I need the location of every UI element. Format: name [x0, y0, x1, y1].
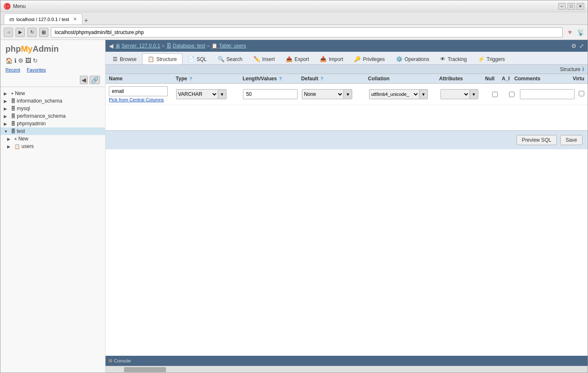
horizontal-scrollbar[interactable] — [107, 367, 586, 372]
tab-sql[interactable]: 📄 SQL — [182, 53, 212, 64]
panel-back-button[interactable]: ◀ — [109, 42, 113, 49]
db-icon: 🗄 — [11, 106, 16, 111]
operations-icon: ⚙️ — [396, 56, 403, 62]
tree-item-information-schema[interactable]: ▶ 🗄 information_schema — [0, 97, 105, 105]
attributes-select[interactable]: UNSIGNED ZEROFILL — [440, 89, 470, 99]
tab-insert[interactable]: ✏️ Insert — [248, 53, 280, 64]
settings-icon[interactable]: ⚙ — [18, 57, 24, 64]
window-controls: ─ □ ✕ — [558, 3, 584, 10]
address-input[interactable] — [51, 27, 563, 37]
table-header: Name Type ? Length/Values ? Default ? Co… — [105, 74, 588, 84]
default-select-arrow[interactable]: ▼ — [344, 89, 352, 99]
type-help-icon[interactable]: ? — [190, 76, 192, 81]
tree-item-mysql[interactable]: ▶ 🗄 mysql — [0, 105, 105, 112]
privileges-icon: 🔑 — [354, 56, 361, 62]
null-checkbox[interactable] — [492, 92, 498, 97]
tab-search[interactable]: 🔍 Search — [212, 53, 248, 64]
length-help-icon[interactable]: ? — [279, 76, 282, 81]
tree-item-new-test[interactable]: ▶ + New — [0, 135, 105, 143]
collation-select[interactable]: utf8mb4_unicode_ utf8_general_ci — [369, 89, 419, 99]
scrollbar-area[interactable] — [105, 366, 588, 373]
tree-item-users[interactable]: ▶ 📋 users — [0, 143, 105, 150]
tab-export[interactable]: 📤 Export — [280, 53, 315, 64]
table-row: Pick from Central Columns VARCHAR INT TE… — [105, 84, 588, 105]
forward-button[interactable]: ▶ — [16, 28, 25, 37]
length-input[interactable] — [243, 89, 298, 99]
virtual-checkbox[interactable] — [579, 91, 584, 96]
save-button[interactable]: Save — [560, 135, 583, 145]
structure-label: Structure — [560, 66, 580, 72]
col-header-comments: Comments — [514, 76, 573, 82]
console-toggle[interactable]: Console — [109, 358, 131, 363]
type-select-arrow[interactable]: ▼ — [218, 89, 227, 99]
svg-point-1 — [7, 5, 9, 7]
back-button[interactable]: ◀ — [4, 28, 13, 37]
tab-triggers[interactable]: ⚡ Triggers — [472, 53, 511, 64]
heart-icon: ♥ — [568, 29, 572, 36]
tab-import[interactable]: 📥 Import — [314, 53, 348, 64]
attr-select-arrow[interactable]: ▼ — [470, 89, 478, 99]
breadcrumb-table[interactable]: 📋 Table: users — [211, 43, 246, 49]
col-header-type: Type ? — [176, 76, 243, 82]
field-name-input[interactable] — [109, 86, 168, 96]
expand-icon: ▶ — [4, 99, 10, 103]
central-columns-link[interactable]: Pick from Central Columns — [109, 97, 176, 102]
type-select[interactable]: VARCHAR INT TEXT BIGINT — [176, 89, 218, 99]
reload-icon[interactable]: ↻ — [33, 57, 38, 64]
default-help-icon[interactable]: ? — [320, 76, 323, 81]
comments-input[interactable] — [520, 89, 575, 99]
breadcrumb: ◀ 🖥 Server: 127.0.0.1 » 🗄 Database: test… — [109, 42, 246, 49]
ai-checkbox[interactable] — [509, 92, 514, 97]
maximize-button[interactable]: □ — [567, 3, 575, 10]
reload-button[interactable]: ↻ — [27, 28, 37, 37]
panel-settings-button[interactable]: ⚙ — [571, 42, 577, 49]
tab-operations[interactable]: ⚙️ Operations — [390, 53, 435, 64]
favorites-link[interactable]: Favorites — [27, 67, 46, 72]
triggers-icon: ⚡ — [478, 56, 485, 62]
recent-link[interactable]: Recent — [5, 67, 20, 72]
breadcrumb-sep-2: » — [207, 43, 210, 49]
tree-item-phpmyadmin[interactable]: ▶ 🗄 phpmyadmin — [0, 120, 105, 127]
ai-column — [503, 92, 520, 97]
close-button[interactable]: ✕ — [577, 3, 584, 10]
structure-info-icon[interactable]: ℹ — [582, 66, 584, 72]
panel-header-controls: ⚙ ⤢ — [571, 42, 584, 49]
tree-label: New — [15, 90, 25, 96]
sidebar-divider — [0, 87, 105, 87]
panel-header: ◀ 🖥 Server: 127.0.0.1 » 🗄 Database: test… — [105, 40, 588, 52]
tab-close-button[interactable]: ✕ — [73, 16, 77, 22]
browser-tab-active[interactable]: 🗃 localhost / 127.0.0.1 / test ✕ — [4, 13, 82, 24]
cast-button[interactable]: 📡 — [577, 29, 584, 36]
collation-select-arrow[interactable]: ▼ — [419, 89, 428, 99]
tab-structure[interactable]: 📋 Structure — [142, 53, 182, 64]
tab-privileges[interactable]: 🔑 Privileges — [348, 53, 390, 64]
breadcrumb-database[interactable]: 🗄 Database: test — [166, 43, 205, 49]
tracking-icon: 👁 — [440, 56, 446, 62]
info-icon[interactable]: ℹ — [14, 57, 16, 64]
theme-icon[interactable]: 🖼 — [25, 57, 31, 64]
breadcrumb-server[interactable]: 🖥 Server: 127.0.0.1 — [115, 43, 160, 49]
browser-tab-bar: 🗃 localhost / 127.0.0.1 / test ✕ + — [0, 12, 588, 25]
default-select[interactable]: None NULL CURRENT_TIMESTAMP — [302, 89, 344, 99]
console-bar[interactable]: Console — [105, 356, 588, 366]
preview-sql-button[interactable]: Preview SQL — [517, 135, 557, 145]
new-tab-button[interactable]: + — [84, 17, 88, 24]
col-header-null: Null — [485, 76, 502, 82]
tab-label: Export — [295, 56, 309, 62]
tree-item-new-root[interactable]: ▶ + New — [0, 90, 105, 97]
collapse-sidebar-button[interactable]: ◀ — [80, 76, 88, 84]
link-sidebar-button[interactable]: 🔗 — [90, 76, 100, 84]
tree-item-test[interactable]: ▼ 🗄 test — [0, 127, 105, 135]
tab-tracking[interactable]: 👁 Tracking — [435, 53, 472, 64]
panel-fullscreen-button[interactable]: ⤢ — [579, 42, 584, 49]
home-icon[interactable]: 🏠 — [5, 57, 13, 64]
expand-icon: ▶ — [4, 122, 10, 126]
tab-browse[interactable]: ☰ Browse — [107, 53, 142, 64]
apps-button[interactable]: ⊞ — [39, 28, 48, 37]
minimize-button[interactable]: ─ — [558, 3, 566, 10]
content-area: phpMyAdmin 🏠 ℹ ⚙ 🖼 ↻ Recent Favorites ◀ … — [0, 40, 588, 373]
scrollbar-thumb[interactable] — [124, 367, 166, 372]
tree-label: New — [18, 136, 28, 142]
bookmark-button[interactable]: ♥ — [565, 28, 575, 37]
tree-item-performance-schema[interactable]: ▶ 🗄 performance_schema — [0, 112, 105, 120]
